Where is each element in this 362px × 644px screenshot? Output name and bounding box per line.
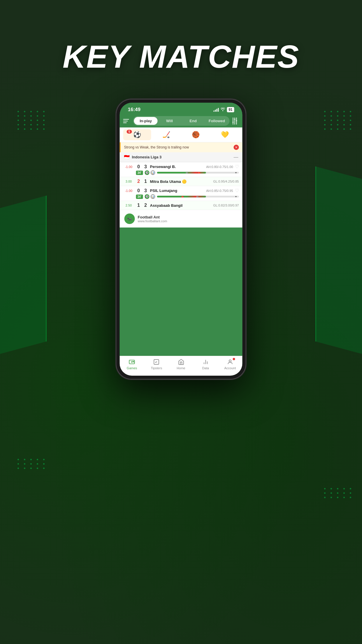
- match-score-home: 2: [136, 179, 141, 184]
- svg-point-3: [233, 122, 234, 123]
- nav-item-account[interactable]: Account: [218, 358, 242, 370]
- logo-text-group: Football Ant www.footballant.com: [138, 215, 167, 223]
- footer-logo: 🐜 Football Ant www.footballant.com: [120, 210, 242, 228]
- sport-icons-row: 5 ⚽ 🏒 🏀 💛: [120, 127, 242, 142]
- shape-left: [0, 196, 47, 359]
- match-row[interactable]: -1.00 0 3 PSIL Lumajang AH:0.85/-0.75/0.…: [120, 186, 242, 201]
- match-row[interactable]: 2.50 1 2 Assyabaab Bangil GL:0.82/3.00/0…: [120, 201, 242, 210]
- bottom-nav: Games Tipsters: [120, 356, 242, 376]
- sport-favorite[interactable]: 💛: [211, 129, 239, 140]
- account-label: Account: [224, 366, 236, 370]
- nav-item-games[interactable]: Games: [120, 358, 144, 370]
- live-dot-soccer: ⚽: [145, 194, 149, 199]
- match-time-badge: 34': [136, 171, 143, 175]
- alert-banner: Strong vs Weak, the Strong is trailing n…: [120, 142, 242, 152]
- tab-end[interactable]: End: [181, 117, 205, 125]
- league-name: Indonesia Liga 3: [132, 155, 231, 159]
- match-ah-odds: AH:0.80/-0.75/1.00: [206, 165, 233, 169]
- sport-hockey[interactable]: 🏒: [152, 129, 180, 140]
- settings-icon[interactable]: [231, 117, 239, 125]
- match-odds: 2.50: [123, 204, 134, 207]
- svg-point-0: [234, 119, 236, 120]
- match-score-away: 1: [143, 179, 148, 184]
- status-icons: 91: [213, 107, 234, 112]
- account-icon: [226, 358, 234, 365]
- match-row[interactable]: -1.00 0 3 Persewangi B. AH:0.80/-0.75/1.…: [120, 162, 242, 177]
- hockey-icon: 🏒: [162, 131, 170, 139]
- wifi-icon: [220, 107, 225, 112]
- live-dot-stats: 📊: [150, 170, 155, 175]
- match-live-bar: 34' ⚽ 📊 🔴 🏁: [123, 194, 239, 199]
- match-team-name: PSIL Lumajang: [150, 188, 205, 193]
- filter-bar: In-play Will End Followed: [120, 114, 242, 127]
- home-icon: [177, 358, 185, 365]
- match-time-badge: 34': [136, 195, 143, 199]
- match-team-name: Mitra Bola Utama 🟡: [150, 179, 212, 184]
- alert-text: Strong vs Weak, the Strong is trailing n…: [124, 145, 189, 149]
- match-live-bar: 34' ⚽ 📊 🏁 🔴: [123, 170, 239, 175]
- match-score-away: 2: [143, 203, 148, 208]
- heart-icon[interactable]: ♡: [235, 164, 239, 169]
- logo-circle: 🐜: [124, 214, 135, 224]
- logo-name: Football Ant: [138, 215, 167, 219]
- dots-bottomright: [324, 488, 353, 498]
- dots-topright: [324, 111, 353, 130]
- alert-close-button[interactable]: ✕: [234, 145, 239, 150]
- match-team-name: Assyabaab Bangil: [150, 203, 212, 208]
- dots-topleft: [17, 111, 47, 130]
- games-label: Games: [127, 366, 137, 370]
- matches-container: Strong vs Weak, the Strong is trailing n…: [120, 142, 242, 228]
- status-time: 16:49: [128, 107, 140, 113]
- live-icons: ⚽ 📊: [145, 194, 155, 199]
- match-odds: 3.00: [123, 180, 134, 183]
- match-odds: -1.00: [123, 189, 134, 192]
- tab-inplay[interactable]: In-play: [134, 117, 158, 125]
- collapse-icon[interactable]: —: [234, 155, 238, 160]
- home-label: Home: [177, 366, 185, 370]
- dots-bottomleft: [17, 459, 47, 469]
- soccer-icon: ⚽: [133, 131, 141, 139]
- nav-item-tipsters[interactable]: Tipsters: [144, 358, 169, 370]
- green-space: [120, 228, 242, 356]
- match-ah-odds: AH:0.85/-0.75/0.95: [206, 189, 233, 192]
- svg-point-13: [133, 362, 134, 362]
- match-score-away: 3: [143, 188, 148, 193]
- status-bar: 16:49 91: [120, 103, 242, 114]
- sport-soccer[interactable]: 5 ⚽: [123, 129, 151, 140]
- sport-basketball[interactable]: 🏀: [182, 129, 210, 140]
- tipsters-label: Tipsters: [151, 366, 162, 370]
- nav-item-data[interactable]: Data: [193, 358, 218, 370]
- logo-url: www.footballant.com: [138, 219, 167, 223]
- tab-followed[interactable]: Followed: [205, 117, 229, 125]
- match-score-home: 1: [136, 203, 141, 208]
- phone-wrapper: 16:49 91: [116, 99, 246, 379]
- games-icon: [128, 358, 136, 365]
- league-flag-icon: 🇮🇩: [124, 154, 130, 160]
- progress-track: 🔴 🏁: [157, 196, 239, 197]
- match-odds: -1.00: [123, 165, 134, 169]
- svg-point-18: [229, 360, 231, 362]
- live-icons: ⚽ 📊: [145, 170, 155, 175]
- match-team-name: Persewangi B.: [150, 164, 205, 169]
- tab-will[interactable]: Will: [158, 117, 181, 125]
- basketball-icon: 🏀: [192, 131, 200, 139]
- soccer-badge: 5: [127, 130, 132, 134]
- svg-point-6: [236, 120, 237, 121]
- league-header[interactable]: 🇮🇩 Indonesia Liga 3 —: [120, 152, 242, 162]
- signal-bars-icon: [213, 108, 219, 112]
- heart-icon[interactable]: ♡: [235, 188, 239, 193]
- data-icon: [202, 358, 209, 365]
- progress-track: 🏁 🔴: [157, 172, 239, 174]
- match-row[interactable]: 3.00 2 1 Mitra Bola Utama 🟡 GL:0.95/4.25…: [120, 177, 242, 186]
- shape-right: [315, 167, 362, 359]
- match-score-home: 0: [136, 188, 141, 193]
- favorite-icon: 💛: [221, 131, 229, 139]
- match-score-home: 0: [136, 164, 141, 169]
- live-dot-stats: 📊: [150, 194, 155, 199]
- match-score-away: 3: [143, 164, 148, 169]
- data-label: Data: [202, 366, 209, 370]
- filter-icon[interactable]: [123, 118, 132, 125]
- live-dot-soccer: ⚽: [145, 170, 149, 175]
- match-gl-odds: GL:0.82/3.00/0.97: [213, 204, 239, 207]
- nav-item-home[interactable]: Home: [169, 358, 193, 370]
